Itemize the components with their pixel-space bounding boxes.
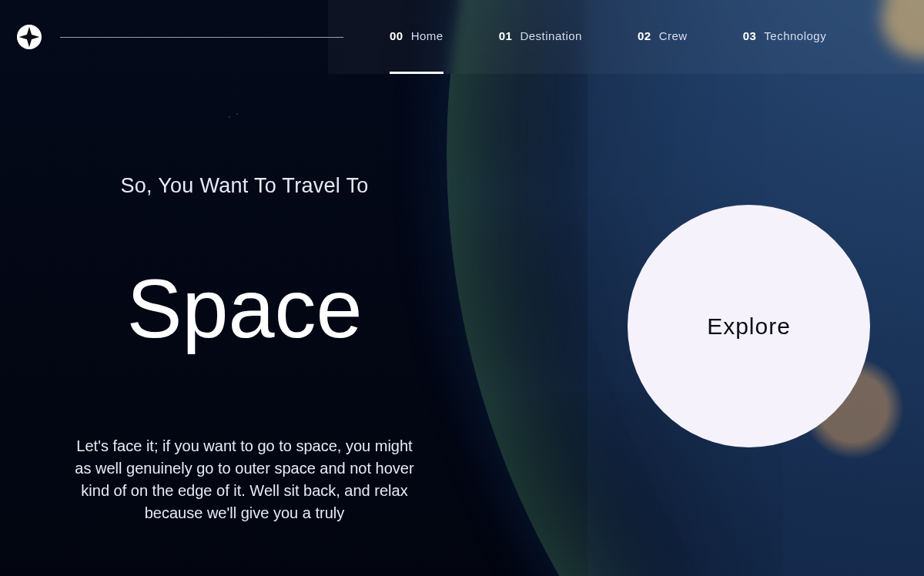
nav-label: Crew	[659, 29, 688, 42]
hero-copy: So, You Want To Travel To Space Let's fa…	[31, 174, 458, 524]
explore-button[interactable]: Explore	[628, 205, 870, 447]
primary-nav: 00 Home 01 Destination 02 Crew 03 Techno…	[328, 0, 924, 74]
nav-technology[interactable]: 03 Technology	[743, 0, 827, 74]
hero-title: Space	[31, 267, 458, 350]
nav-destination[interactable]: 01 Destination	[499, 0, 582, 74]
nav-index: 03	[743, 29, 757, 42]
nav-label: Destination	[520, 29, 582, 42]
nav-index: 00	[390, 29, 403, 42]
hero-section: So, You Want To Travel To Space Let's fa…	[0, 74, 924, 524]
nav-index: 02	[638, 29, 651, 42]
nav-home[interactable]: 00 Home	[390, 0, 444, 74]
site-header: 00 Home 01 Destination 02 Crew 03 Techno…	[0, 0, 924, 74]
header-divider	[60, 37, 343, 38]
nav-label: Home	[411, 29, 444, 42]
explore-label: Explore	[707, 313, 791, 340]
nav-crew[interactable]: 02 Crew	[638, 0, 688, 74]
nav-index: 01	[499, 29, 513, 42]
hero-eyebrow: So, You Want To Travel To	[31, 174, 458, 198]
nav-label: Technology	[764, 29, 826, 42]
hero-body: Let's face it; if you want to go to spac…	[31, 435, 458, 524]
logo-star-icon	[17, 25, 42, 49]
